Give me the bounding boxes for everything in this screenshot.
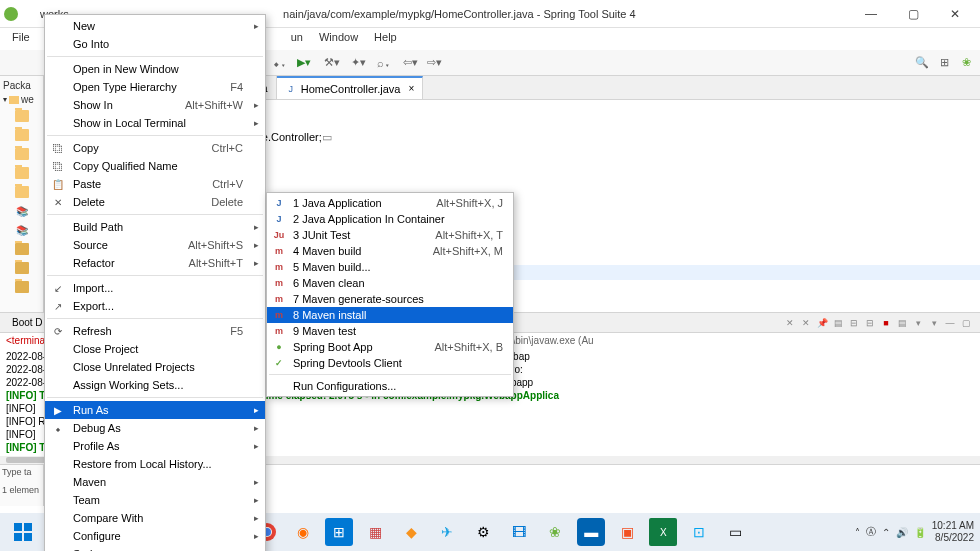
debug-dropdown-icon[interactable]: ⬥▾: [272, 55, 288, 71]
console-min-icon[interactable]: —: [943, 316, 957, 330]
run-dropdown-icon[interactable]: ▶▾: [296, 55, 312, 71]
menu-file[interactable]: File: [4, 28, 38, 50]
console-tool-icon[interactable]: ✕: [783, 316, 797, 330]
ctx-item[interactable]: SourceAlt+Shift+S▸: [45, 236, 265, 254]
taskbar-app[interactable]: ⊞: [325, 518, 353, 546]
submenu-item[interactable]: ✓Spring Devtools Client: [267, 355, 513, 371]
ctx-item[interactable]: Close Unrelated Projects: [45, 358, 265, 376]
taskbar-app[interactable]: ⊡: [685, 518, 713, 546]
taskbar-excel[interactable]: X: [649, 518, 677, 546]
package-explorer[interactable]: Packa ▾ we 📚 📚: [0, 76, 44, 312]
back-icon[interactable]: ⇦▾: [402, 55, 418, 71]
ctx-item[interactable]: ↙Import...: [45, 279, 265, 297]
tray-volume-icon[interactable]: 🔊: [896, 527, 908, 538]
console-tool-icon[interactable]: ⊟: [847, 316, 861, 330]
run-as-submenu[interactable]: J1 Java ApplicationAlt+Shift+X, JJ2 Java…: [266, 192, 514, 397]
taskbar-app[interactable]: ▬: [577, 518, 605, 546]
ctx-item[interactable]: Close Project: [45, 340, 265, 358]
folder-icon[interactable]: [10, 278, 34, 296]
search-icon[interactable]: 🔍: [914, 55, 930, 71]
taskbar-app[interactable]: ◉: [289, 518, 317, 546]
tray-lang-icon[interactable]: Ⓐ: [866, 525, 876, 539]
ctx-item[interactable]: RefactorAlt+Shift+T▸: [45, 254, 265, 272]
taskbar-app[interactable]: ⚙: [469, 518, 497, 546]
maximize-button[interactable]: ▢: [892, 2, 934, 26]
expand-icon[interactable]: ▾: [3, 95, 7, 104]
console-tool-icon[interactable]: ▤: [895, 316, 909, 330]
fwd-icon[interactable]: ⇨▾: [426, 55, 442, 71]
folder-icon[interactable]: [10, 107, 34, 125]
clock[interactable]: 10:21 AM 8/5/2022: [932, 520, 974, 544]
ctx-item[interactable]: Restore from Local History...: [45, 455, 265, 473]
ctx-item[interactable]: ⿻CopyCtrl+C: [45, 139, 265, 157]
folder-icon[interactable]: [10, 183, 34, 201]
ctx-item[interactable]: Team▸: [45, 491, 265, 509]
submenu-item[interactable]: J2 Java Application In Container: [267, 211, 513, 227]
console-pin-icon[interactable]: 📌: [815, 316, 829, 330]
folder-icon[interactable]: [10, 164, 34, 182]
context-menu[interactable]: New▸Go IntoOpen in New WindowOpen Type H…: [44, 14, 266, 551]
submenu-item[interactable]: m5 Maven build...: [267, 259, 513, 275]
taskbar-app[interactable]: ◆: [397, 518, 425, 546]
ctx-item[interactable]: 📋PasteCtrl+V: [45, 175, 265, 193]
library-icon[interactable]: 📚: [10, 202, 34, 220]
submenu-item[interactable]: m7 Maven generate-sources: [267, 291, 513, 307]
ctx-item[interactable]: ⬥Debug As▸: [45, 419, 265, 437]
spring-perspective-icon[interactable]: ❀: [958, 55, 974, 71]
ctx-item[interactable]: Open in New Window: [45, 60, 265, 78]
ctx-item[interactable]: ↗Export...: [45, 297, 265, 315]
taskbar-app[interactable]: 🎞: [505, 518, 533, 546]
taskbar-sts[interactable]: ❀: [541, 518, 569, 546]
minimize-button[interactable]: —: [850, 2, 892, 26]
ctx-item[interactable]: Show in Local Terminal▸: [45, 114, 265, 132]
submenu-item[interactable]: J1 Java ApplicationAlt+Shift+X, J: [267, 195, 513, 211]
perspective-icon[interactable]: ⊞: [936, 55, 952, 71]
console-tool-icon[interactable]: ✕: [799, 316, 813, 330]
project-node[interactable]: ▾ we: [0, 93, 43, 106]
system-tray[interactable]: ˄ Ⓐ ⌃ 🔊 🔋 10:21 AM 8/5/2022: [855, 520, 974, 544]
submenu-item[interactable]: Ju3 JUnit TestAlt+Shift+X, T: [267, 227, 513, 243]
folder-icon[interactable]: [10, 259, 34, 277]
ctx-item[interactable]: Spring▸: [45, 545, 265, 551]
submenu-item[interactable]: ●Spring Boot AppAlt+Shift+X, B: [267, 339, 513, 355]
ctx-item[interactable]: ⟳RefreshF5: [45, 322, 265, 340]
submenu-item[interactable]: m8 Maven install: [267, 307, 513, 323]
type-filter-label[interactable]: Type ta: [2, 467, 41, 477]
ctx-item[interactable]: ▶Run As▸: [45, 401, 265, 419]
tool-icon-2[interactable]: ✦▾: [350, 55, 366, 71]
submenu-item[interactable]: Run Configurations...: [267, 378, 513, 394]
menu-window[interactable]: Window: [311, 28, 366, 50]
tray-battery-icon[interactable]: 🔋: [914, 527, 926, 538]
console-tool-icon[interactable]: ▾: [927, 316, 941, 330]
ctx-item[interactable]: Profile As▸: [45, 437, 265, 455]
ctx-item[interactable]: Show InAlt+Shift+W▸: [45, 96, 265, 114]
close-button[interactable]: ✕: [934, 2, 976, 26]
tool-icon[interactable]: ⚒▾: [324, 55, 340, 71]
ctx-item[interactable]: New▸: [45, 17, 265, 35]
scrollbar-thumb[interactable]: [6, 457, 46, 463]
close-icon[interactable]: ×: [408, 83, 414, 94]
taskbar-app[interactable]: ▣: [613, 518, 641, 546]
ctx-item[interactable]: Open Type HierarchyF4: [45, 78, 265, 96]
ctx-item[interactable]: ⿻Copy Qualified Name: [45, 157, 265, 175]
tab-home-controller[interactable]: JHomeController.java×: [277, 76, 424, 99]
console-tool-icon[interactable]: ▤: [831, 316, 845, 330]
tray-chevron-icon[interactable]: ˄: [855, 527, 860, 538]
submenu-item[interactable]: m6 Maven clean: [267, 275, 513, 291]
tray-wifi-icon[interactable]: ⌃: [882, 527, 890, 538]
console-tool-icon[interactable]: ▾: [911, 316, 925, 330]
folder-icon[interactable]: [10, 240, 34, 258]
start-button[interactable]: [6, 518, 40, 546]
ctx-item[interactable]: Go Into: [45, 35, 265, 53]
menu-run[interactable]: un: [283, 28, 311, 50]
submenu-item[interactable]: m4 Maven buildAlt+Shift+X, M: [267, 243, 513, 259]
folder-icon[interactable]: [10, 126, 34, 144]
ctx-item[interactable]: Maven▸: [45, 473, 265, 491]
console-max-icon[interactable]: ▢: [959, 316, 973, 330]
ctx-item[interactable]: ✕DeleteDelete: [45, 193, 265, 211]
ctx-item[interactable]: Configure▸: [45, 527, 265, 545]
ctx-item[interactable]: Build Path▸: [45, 218, 265, 236]
taskbar-app[interactable]: ✈: [433, 518, 461, 546]
folder-icon[interactable]: [10, 145, 34, 163]
submenu-item[interactable]: m9 Maven test: [267, 323, 513, 339]
